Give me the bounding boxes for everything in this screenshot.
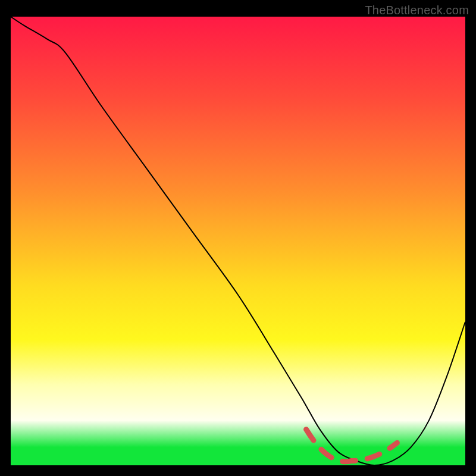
bottleneck-curve [11, 17, 465, 465]
optimal-range-marker [306, 430, 397, 462]
chart-svg [11, 17, 465, 465]
plot-area [11, 17, 465, 465]
watermark-text: TheBottleneck.com [365, 4, 469, 17]
chart-container: TheBottleneck.com [0, 0, 476, 476]
